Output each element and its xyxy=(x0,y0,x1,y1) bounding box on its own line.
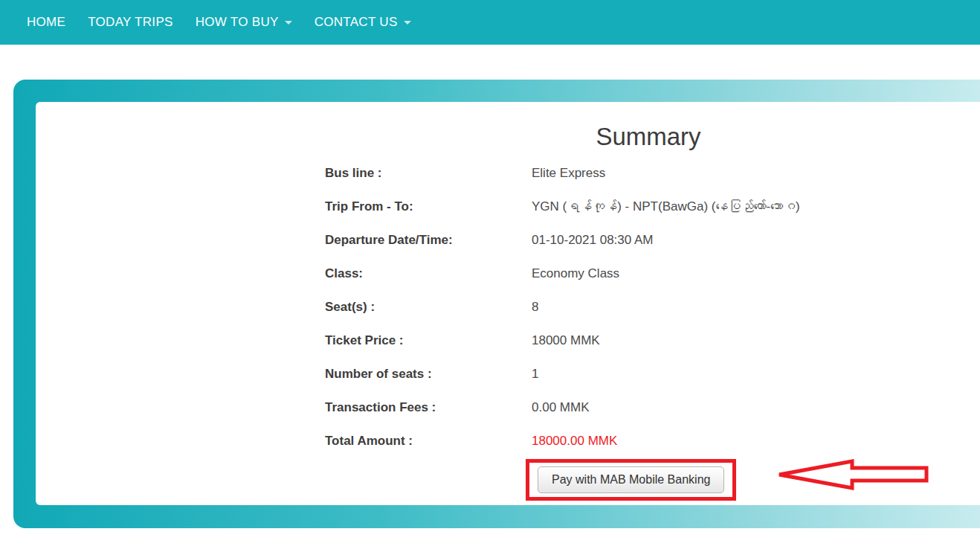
row-value: 1 xyxy=(532,367,538,382)
row-value: 01-10-2021 08:30 AM xyxy=(532,233,654,248)
summary-content: Summary Bus line :Elite ExpressTrip From… xyxy=(325,102,972,501)
row-value: Economy Class xyxy=(532,266,619,281)
nav-item-label: HOME xyxy=(27,15,65,30)
summary-row: Transaction Fees :0.00 MMK xyxy=(325,391,972,424)
page-title: Summary xyxy=(325,120,972,153)
row-label: Seat(s) : xyxy=(325,300,532,315)
summary-row: Bus line :Elite Express xyxy=(325,156,972,190)
row-label: Departure Date/Time: xyxy=(325,233,532,248)
row-value: 18000.00 MMK xyxy=(532,434,617,449)
chevron-down-icon xyxy=(404,21,411,25)
pay-with-mab-button[interactable]: Pay with MAB Mobile Banking xyxy=(538,466,724,493)
nav-item-label: TODAY TRIPS xyxy=(88,15,173,30)
row-value: 8 xyxy=(532,300,538,315)
summary-row: Ticket Price :18000 MMK xyxy=(325,324,972,357)
row-value: 0.00 MMK xyxy=(532,400,589,415)
row-label: Total Amount : xyxy=(325,434,532,449)
row-value: Elite Express xyxy=(532,166,605,181)
summary-row: Number of seats :1 xyxy=(325,357,972,391)
left-arrow-icon xyxy=(775,458,931,491)
row-label: Number of seats : xyxy=(325,367,532,382)
row-label: Transaction Fees : xyxy=(325,400,532,415)
nav-item-how-to-buy[interactable]: HOW TO BUY xyxy=(184,15,303,30)
nav-item-home[interactable]: HOME xyxy=(16,15,77,30)
row-value: 18000 MMK xyxy=(532,333,600,348)
summary-rows: Bus line :Elite ExpressTrip From - To:YG… xyxy=(325,156,972,458)
summary-panel: Summary Bus line :Elite ExpressTrip From… xyxy=(36,102,980,505)
summary-row: Seat(s) :8 xyxy=(325,290,972,324)
row-label: Class: xyxy=(325,266,532,281)
row-label: Trip From - To: xyxy=(325,199,532,214)
row-value: YGN (ရန်ကုန်) - NPT(BawGa) (နေပြည်တော်-ဘ… xyxy=(532,199,800,214)
nav-item-label: CONTACT US xyxy=(315,15,398,30)
nav-item-label: HOW TO BUY xyxy=(196,15,279,30)
chevron-down-icon xyxy=(285,21,292,25)
highlight-box-annotation: Pay with MAB Mobile Banking xyxy=(526,459,736,501)
summary-row: Trip From - To:YGN (ရန်ကုန်) - NPT(BawGa… xyxy=(325,190,972,223)
nav-item-today-trips[interactable]: TODAY TRIPS xyxy=(77,15,184,30)
summary-row: Total Amount :18000.00 MMK xyxy=(325,424,972,458)
row-label: Bus line : xyxy=(325,166,532,181)
top-navbar: HOMETODAY TRIPSHOW TO BUYCONTACT US xyxy=(0,0,980,45)
summary-row: Class:Economy Class xyxy=(325,257,972,290)
nav-item-contact-us[interactable]: CONTACT US xyxy=(303,15,422,30)
summary-row: Departure Date/Time:01-10-2021 08:30 AM xyxy=(325,223,972,257)
row-label: Ticket Price : xyxy=(325,333,532,348)
